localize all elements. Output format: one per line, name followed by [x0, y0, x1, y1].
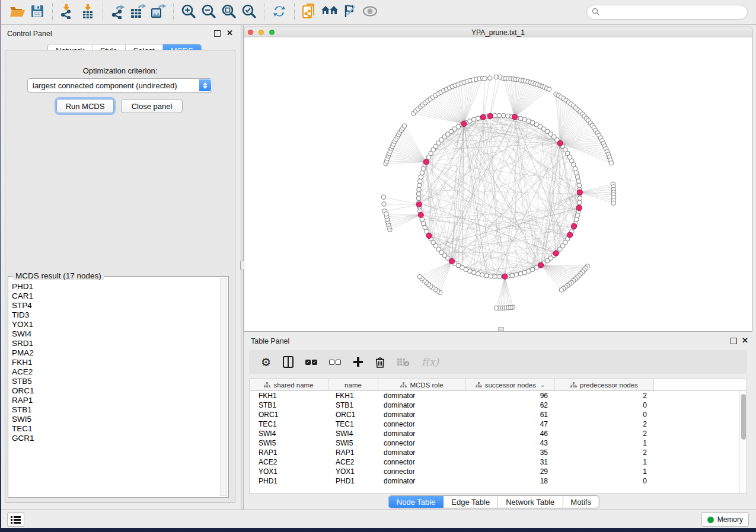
- table-cell: RAP1: [250, 448, 328, 457]
- mcds-result-item[interactable]: PMA2: [9, 348, 219, 358]
- add-column-button[interactable]: [353, 357, 363, 367]
- open-file-button[interactable]: [7, 3, 27, 22]
- table-row[interactable]: FKH1FKH1dominator962: [250, 391, 739, 400]
- search-input[interactable]: [602, 8, 742, 17]
- clone-network-icon: [302, 3, 317, 22]
- show-columns-button[interactable]: [283, 356, 294, 368]
- mcds-result-title: MCDS result (17 nodes): [13, 271, 104, 280]
- table-cell: 18: [466, 476, 555, 486]
- table-row[interactable]: SWI5SWI5connector431: [250, 438, 739, 448]
- table-cell: connector: [378, 438, 466, 448]
- memory-label: Memory: [717, 515, 743, 524]
- table-cell: 0: [555, 476, 654, 486]
- export-image-button[interactable]: [148, 3, 168, 22]
- mcds-result-item[interactable]: SWI4: [9, 329, 219, 339]
- table-row[interactable]: TEC1TEC1connector472: [250, 419, 739, 429]
- network-canvas[interactable]: [244, 38, 752, 331]
- table-cell: 61: [466, 410, 555, 419]
- canvas-grip[interactable]: [498, 327, 504, 331]
- float-window-icon[interactable]: [731, 338, 737, 344]
- deselect-all-columns-button[interactable]: [329, 360, 341, 365]
- scrollbar-thumb[interactable]: [741, 394, 746, 440]
- mcds-result-item[interactable]: GCR1: [9, 434, 219, 443]
- eye-button: [360, 3, 380, 22]
- column-type-icon: [264, 382, 270, 388]
- tab-edge-table[interactable]: Edge Table: [444, 496, 498, 508]
- table-cell: 1: [555, 438, 654, 448]
- mcds-result-item[interactable]: SRD1: [9, 339, 219, 348]
- zoom-fit-button[interactable]: [219, 3, 239, 22]
- import-table-button[interactable]: [78, 3, 98, 22]
- table-cell: dominator: [378, 476, 466, 486]
- tab-motifs[interactable]: Motifs: [563, 496, 599, 508]
- table-row[interactable]: ACE2ACE2connector311: [250, 457, 739, 467]
- mcds-result-item[interactable]: SWI5: [9, 415, 219, 424]
- task-history-button[interactable]: [7, 512, 24, 527]
- save-button[interactable]: [27, 3, 47, 22]
- run-mcds-button[interactable]: Run MCDS: [56, 99, 114, 113]
- table-cell: STB1: [328, 400, 378, 410]
- close-panel-icon[interactable]: ✕: [227, 29, 233, 37]
- mcds-result-item[interactable]: TID3: [9, 310, 219, 320]
- main-area: Control Panel ✕ Network Style Select MCD…: [1, 25, 756, 509]
- table-scrollbar[interactable]: [739, 391, 747, 493]
- refresh-button[interactable]: [269, 3, 289, 22]
- table-row[interactable]: ORC1ORC1dominator610: [250, 410, 739, 419]
- unchecked-box-icon: [329, 360, 334, 365]
- mcds-result-item[interactable]: ACE2: [9, 367, 219, 377]
- search-box[interactable]: [586, 5, 748, 20]
- select-all-columns-button[interactable]: ✓✓: [305, 360, 317, 365]
- column-header-name[interactable]: name: [328, 379, 378, 390]
- mcds-result-item[interactable]: STB1: [9, 405, 219, 415]
- flag-button[interactable]: [340, 3, 360, 22]
- houses-button[interactable]: [320, 3, 340, 22]
- mcds-result-item[interactable]: YOX1: [9, 320, 219, 329]
- tab-node-table[interactable]: Node Table: [389, 496, 444, 508]
- export-table-button[interactable]: [128, 3, 148, 22]
- memory-button[interactable]: Memory: [701, 512, 749, 527]
- network-title: YPA_prune.txt_1: [244, 28, 752, 37]
- table-row[interactable]: RAP1RAP1dominator352: [250, 448, 739, 457]
- control-panel-header: Control Panel ✕: [1, 25, 241, 43]
- mcds-result-list[interactable]: PHD1CAR1STP4TID3YOX1SWI4SRD1PMA2FKH1ACE2…: [9, 282, 219, 496]
- column-header-mcds-role[interactable]: MCDS role: [378, 379, 466, 390]
- delete-column-button[interactable]: [375, 357, 385, 368]
- table-cell: 35: [466, 448, 555, 457]
- table-cell: 2: [555, 419, 654, 429]
- table-row[interactable]: YOX1YOX1connector291: [250, 467, 739, 476]
- mcds-result-scrollbar[interactable]: [220, 278, 227, 496]
- table-cell: dominator: [378, 429, 466, 438]
- mcds-result-item[interactable]: TEC1: [9, 424, 219, 434]
- optimization-criterion-select[interactable]: largest connected component (undirected): [27, 78, 212, 92]
- zoom-out-button[interactable]: [199, 3, 219, 22]
- zoom-in-button[interactable]: [178, 3, 199, 22]
- optimization-criterion-value: largest connected component (undirected): [33, 81, 177, 90]
- eye-icon: [362, 6, 378, 19]
- column-header-successor-nodes[interactable]: successor nodes⌄: [466, 379, 555, 390]
- table-row[interactable]: SWI4SWI4dominator462: [250, 429, 739, 438]
- mcds-result-item[interactable]: FKH1: [9, 358, 219, 367]
- clone-network-button[interactable]: [299, 3, 320, 22]
- table-cell: 0: [555, 400, 654, 410]
- float-window-icon[interactable]: [214, 30, 221, 37]
- status-bar: Memory: [1, 509, 756, 528]
- close-panel-button[interactable]: Close panel: [121, 99, 183, 113]
- export-network-button[interactable]: [108, 3, 128, 22]
- mcds-result-item[interactable]: ORC1: [9, 386, 219, 396]
- column-header-shared-name[interactable]: shared name: [250, 379, 328, 390]
- mcds-result-item[interactable]: RAP1: [9, 396, 219, 405]
- close-panel-icon[interactable]: ✕: [742, 336, 748, 344]
- network-window-titlebar[interactable]: YPA_prune.txt_1: [244, 27, 752, 37]
- import-network-button[interactable]: [58, 3, 78, 22]
- table-settings-button[interactable]: ⚙: [261, 357, 271, 368]
- tab-network-table[interactable]: Network Table: [498, 496, 563, 508]
- table-row[interactable]: PHD1PHD1dominator180: [250, 476, 739, 486]
- mcds-result-item[interactable]: CAR1: [9, 291, 219, 301]
- mcds-result-item[interactable]: STP4: [9, 301, 219, 310]
- mcds-result-item[interactable]: STB5: [9, 377, 219, 386]
- zoom-selected-button[interactable]: [239, 3, 259, 22]
- mcds-result-item[interactable]: PHD1: [9, 282, 219, 291]
- table-panel: Table Panel ✕ ⚙ ✓✓ f(x) shared name: [244, 334, 752, 509]
- table-row[interactable]: STB1STB1dominator620: [250, 400, 739, 410]
- column-header-predecessor-nodes[interactable]: predecessor nodes: [555, 379, 654, 390]
